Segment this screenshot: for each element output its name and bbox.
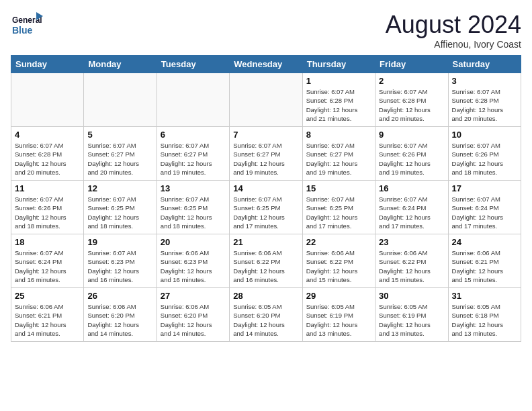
day-number: 15 — [306, 183, 371, 193]
logo: General Blue — [11, 11, 44, 43]
calendar-cell: 9Sunrise: 6:07 AM Sunset: 6:26 PM Daylig… — [375, 127, 448, 181]
cell-info: Sunrise: 6:07 AM Sunset: 6:27 PM Dayligh… — [161, 141, 226, 177]
calendar-cell: 22Sunrise: 6:06 AM Sunset: 6:22 PM Dayli… — [302, 234, 375, 288]
calendar-cell: 10Sunrise: 6:07 AM Sunset: 6:26 PM Dayli… — [448, 127, 521, 181]
weekday-header-sunday: Sunday — [11, 56, 84, 73]
cell-info: Sunrise: 6:05 AM Sunset: 6:18 PM Dayligh… — [452, 302, 517, 338]
calendar-cell: 12Sunrise: 6:07 AM Sunset: 6:25 PM Dayli… — [84, 181, 157, 234]
weekday-header-tuesday: Tuesday — [157, 56, 229, 73]
calendar-cell: 21Sunrise: 6:06 AM Sunset: 6:22 PM Dayli… — [230, 234, 302, 288]
day-number: 17 — [452, 183, 517, 193]
weekday-header-friday: Friday — [375, 56, 448, 73]
calendar-cell — [84, 73, 157, 127]
day-number: 13 — [161, 183, 226, 193]
calendar-cell: 24Sunrise: 6:06 AM Sunset: 6:21 PM Dayli… — [448, 234, 521, 288]
day-number: 22 — [306, 237, 371, 247]
day-number: 1 — [306, 76, 371, 86]
week-row-2: 4Sunrise: 6:07 AM Sunset: 6:28 PM Daylig… — [11, 127, 521, 181]
cell-info: Sunrise: 6:06 AM Sunset: 6:23 PM Dayligh… — [161, 248, 226, 284]
day-number: 9 — [379, 130, 444, 140]
logo-icon: General Blue — [11, 11, 44, 43]
calendar-cell: 3Sunrise: 6:07 AM Sunset: 6:28 PM Daylig… — [448, 73, 521, 127]
day-number: 6 — [161, 130, 226, 140]
cell-info: Sunrise: 6:07 AM Sunset: 6:27 PM Dayligh… — [87, 141, 152, 177]
day-number: 30 — [379, 291, 444, 301]
week-row-5: 25Sunrise: 6:06 AM Sunset: 6:21 PM Dayli… — [11, 288, 521, 342]
month-title: August 2024 — [386, 11, 521, 39]
calendar-cell: 31Sunrise: 6:05 AM Sunset: 6:18 PM Dayli… — [448, 288, 521, 342]
calendar-cell: 8Sunrise: 6:07 AM Sunset: 6:27 PM Daylig… — [302, 127, 375, 181]
day-number: 18 — [15, 237, 80, 247]
calendar-cell: 20Sunrise: 6:06 AM Sunset: 6:23 PM Dayli… — [157, 234, 229, 288]
calendar-cell: 26Sunrise: 6:06 AM Sunset: 6:20 PM Dayli… — [84, 288, 157, 342]
day-number: 16 — [379, 183, 444, 193]
calendar-cell: 2Sunrise: 6:07 AM Sunset: 6:28 PM Daylig… — [375, 73, 448, 127]
cell-info: Sunrise: 6:06 AM Sunset: 6:22 PM Dayligh… — [379, 248, 444, 284]
calendar-cell: 13Sunrise: 6:07 AM Sunset: 6:25 PM Dayli… — [157, 181, 229, 234]
cell-info: Sunrise: 6:07 AM Sunset: 6:26 PM Dayligh… — [15, 195, 80, 230]
weekday-header-row: SundayMondayTuesdayWednesdayThursdayFrid… — [11, 56, 521, 73]
cell-info: Sunrise: 6:05 AM Sunset: 6:19 PM Dayligh… — [379, 302, 444, 338]
title-block: August 2024 Affienou, Ivory Coast — [386, 11, 521, 50]
cell-info: Sunrise: 6:07 AM Sunset: 6:25 PM Dayligh… — [161, 195, 226, 230]
svg-text:Blue: Blue — [12, 25, 33, 36]
cell-info: Sunrise: 6:07 AM Sunset: 6:25 PM Dayligh… — [233, 195, 298, 230]
week-row-3: 11Sunrise: 6:07 AM Sunset: 6:26 PM Dayli… — [11, 181, 521, 234]
calendar-cell: 16Sunrise: 6:07 AM Sunset: 6:24 PM Dayli… — [375, 181, 448, 234]
cell-info: Sunrise: 6:07 AM Sunset: 6:26 PM Dayligh… — [452, 141, 517, 177]
calendar-cell — [11, 73, 84, 127]
day-number: 19 — [87, 237, 152, 247]
cell-info: Sunrise: 6:07 AM Sunset: 6:25 PM Dayligh… — [306, 195, 371, 230]
day-number: 28 — [233, 291, 298, 301]
calendar-cell: 25Sunrise: 6:06 AM Sunset: 6:21 PM Dayli… — [11, 288, 84, 342]
calendar-cell: 23Sunrise: 6:06 AM Sunset: 6:22 PM Dayli… — [375, 234, 448, 288]
day-number: 31 — [452, 291, 517, 301]
calendar-table: SundayMondayTuesdayWednesdayThursdayFrid… — [11, 55, 521, 342]
cell-info: Sunrise: 6:06 AM Sunset: 6:20 PM Dayligh… — [87, 302, 152, 338]
weekday-header-wednesday: Wednesday — [230, 56, 302, 73]
calendar-cell: 19Sunrise: 6:07 AM Sunset: 6:23 PM Dayli… — [84, 234, 157, 288]
cell-info: Sunrise: 6:07 AM Sunset: 6:24 PM Dayligh… — [452, 195, 517, 230]
day-number: 4 — [15, 130, 80, 140]
subtitle: Affienou, Ivory Coast — [386, 39, 521, 50]
calendar-cell: 29Sunrise: 6:05 AM Sunset: 6:19 PM Dayli… — [302, 288, 375, 342]
calendar-cell: 5Sunrise: 6:07 AM Sunset: 6:27 PM Daylig… — [84, 127, 157, 181]
page-header: General Blue August 2024 Affienou, Ivory… — [11, 11, 521, 50]
cell-info: Sunrise: 6:07 AM Sunset: 6:28 PM Dayligh… — [15, 141, 80, 177]
day-number: 27 — [161, 291, 226, 301]
calendar-cell: 4Sunrise: 6:07 AM Sunset: 6:28 PM Daylig… — [11, 127, 84, 181]
cell-info: Sunrise: 6:07 AM Sunset: 6:26 PM Dayligh… — [379, 141, 444, 177]
calendar-cell: 7Sunrise: 6:07 AM Sunset: 6:27 PM Daylig… — [230, 127, 302, 181]
cell-info: Sunrise: 6:07 AM Sunset: 6:24 PM Dayligh… — [379, 195, 444, 230]
calendar-cell: 11Sunrise: 6:07 AM Sunset: 6:26 PM Dayli… — [11, 181, 84, 234]
cell-info: Sunrise: 6:06 AM Sunset: 6:21 PM Dayligh… — [15, 302, 80, 338]
weekday-header-saturday: Saturday — [448, 56, 521, 73]
calendar-cell: 6Sunrise: 6:07 AM Sunset: 6:27 PM Daylig… — [157, 127, 229, 181]
day-number: 25 — [15, 291, 80, 301]
day-number: 20 — [161, 237, 226, 247]
calendar-cell: 18Sunrise: 6:07 AM Sunset: 6:24 PM Dayli… — [11, 234, 84, 288]
calendar-cell: 15Sunrise: 6:07 AM Sunset: 6:25 PM Dayli… — [302, 181, 375, 234]
day-number: 2 — [379, 76, 444, 86]
calendar-cell: 14Sunrise: 6:07 AM Sunset: 6:25 PM Dayli… — [230, 181, 302, 234]
cell-info: Sunrise: 6:07 AM Sunset: 6:28 PM Dayligh… — [306, 87, 371, 123]
cell-info: Sunrise: 6:07 AM Sunset: 6:23 PM Dayligh… — [87, 248, 152, 284]
day-number: 8 — [306, 130, 371, 140]
calendar-cell — [157, 73, 229, 127]
weekday-header-thursday: Thursday — [302, 56, 375, 73]
cell-info: Sunrise: 6:05 AM Sunset: 6:19 PM Dayligh… — [306, 302, 371, 338]
calendar-cell — [230, 73, 302, 127]
cell-info: Sunrise: 6:07 AM Sunset: 6:27 PM Dayligh… — [233, 141, 298, 177]
calendar-cell: 30Sunrise: 6:05 AM Sunset: 6:19 PM Dayli… — [375, 288, 448, 342]
day-number: 29 — [306, 291, 371, 301]
calendar-cell: 28Sunrise: 6:05 AM Sunset: 6:20 PM Dayli… — [230, 288, 302, 342]
calendar-cell: 1Sunrise: 6:07 AM Sunset: 6:28 PM Daylig… — [302, 73, 375, 127]
day-number: 3 — [452, 76, 517, 86]
day-number: 24 — [452, 237, 517, 247]
cell-info: Sunrise: 6:07 AM Sunset: 6:24 PM Dayligh… — [15, 248, 80, 284]
cell-info: Sunrise: 6:07 AM Sunset: 6:25 PM Dayligh… — [87, 195, 152, 230]
day-number: 10 — [452, 130, 517, 140]
cell-info: Sunrise: 6:06 AM Sunset: 6:22 PM Dayligh… — [233, 248, 298, 284]
cell-info: Sunrise: 6:07 AM Sunset: 6:27 PM Dayligh… — [306, 141, 371, 177]
cell-info: Sunrise: 6:07 AM Sunset: 6:28 PM Dayligh… — [452, 87, 517, 123]
